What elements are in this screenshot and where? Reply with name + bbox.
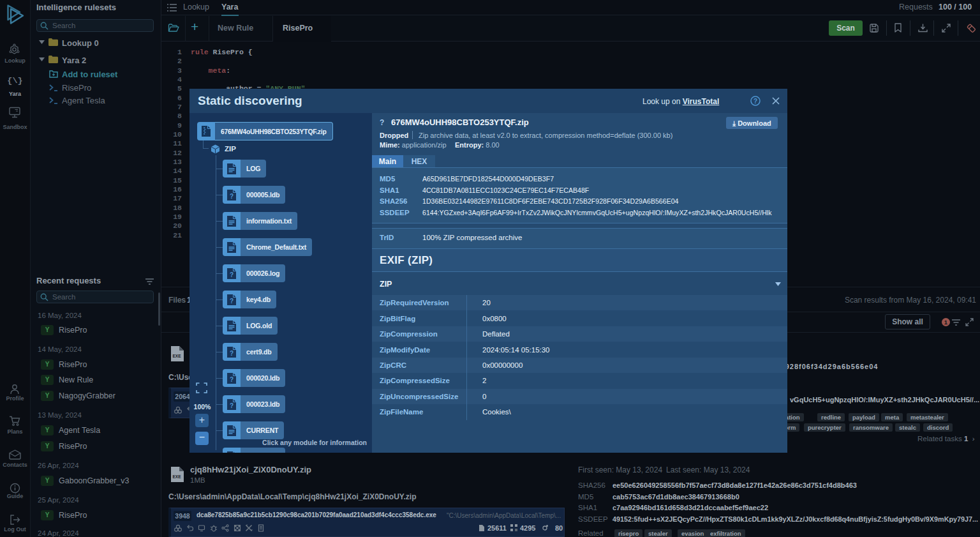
svg-text:?: ? [754,98,757,105]
svg-text:?: ? [230,271,234,278]
svg-text:?: ? [230,349,234,356]
svg-text:?: ? [230,192,234,199]
svg-text:?: ? [230,297,234,304]
svg-text:EXE: EXE [172,474,181,479]
svg-text:?: ? [230,375,234,382]
svg-text:EXE: EXE [172,354,181,358]
svg-text:?: ? [230,402,234,409]
